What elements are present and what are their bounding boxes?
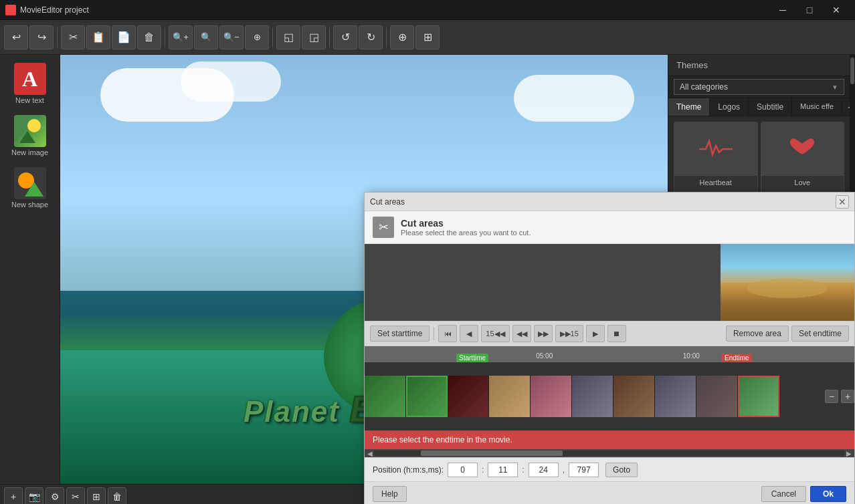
split-button[interactable]: ✂	[66, 487, 85, 505]
app-icon	[5, 5, 16, 15]
cut-dialog-titlebar: Cut areas ✕	[365, 193, 854, 211]
tab-subtitle[interactable]: Subtitle	[749, 98, 792, 116]
toolbar-separator-5	[386, 27, 387, 47]
tab-logos[interactable]: Logos	[710, 98, 749, 116]
hscroll-track	[374, 451, 845, 456]
copy-button[interactable]: 📋	[86, 25, 110, 49]
multicam-button[interactable]: ⊞	[87, 487, 106, 505]
settings-button[interactable]: ⚙	[45, 487, 64, 505]
new-text-tool-wrap: A New text	[4, 60, 56, 107]
category-dropdown[interactable]: All categories ▼	[674, 79, 844, 95]
fwd-button[interactable]: ▶	[586, 325, 605, 342]
add-media-button[interactable]: 📷	[25, 487, 43, 505]
cut-dialog-description: Please select the areas you want to cut.	[401, 229, 531, 237]
ruler-mark-10min: 10:00	[683, 352, 700, 360]
heartbeat-thumbnail	[674, 122, 757, 176]
position-hours[interactable]	[448, 463, 478, 477]
position-minutes[interactable]	[488, 463, 518, 477]
zoom-button[interactable]: 🔍	[194, 25, 218, 49]
themes-title: Themes	[668, 55, 850, 76]
add-track-button[interactable]: +	[4, 487, 23, 505]
filmstrip-frame-selected-1	[448, 376, 489, 417]
cut-position-row: Position (h:m:s,ms): : : , Goto	[365, 457, 854, 481]
cut-areas-dialog: Cut areas ✕ ✂ Cut areas Please select th…	[364, 192, 855, 504]
remove-button[interactable]: 🗑	[108, 487, 126, 505]
frame-fwd-button[interactable]: ▶▶15	[555, 325, 583, 342]
minimize-button[interactable]: ─	[769, 0, 796, 20]
undo-button[interactable]: ↩	[4, 25, 28, 49]
rewind-start-button[interactable]: ⏮	[438, 325, 457, 342]
step-back-button[interactable]: ◀	[460, 325, 478, 342]
ok-button[interactable]: Ok	[810, 486, 846, 502]
tab-music[interactable]: Music effe	[792, 98, 842, 116]
cut-dialog-heading: Cut areas	[401, 218, 531, 229]
cut-button[interactable]: ✂	[61, 25, 85, 49]
zoom-plus-button[interactable]: +	[841, 390, 854, 403]
add-button[interactable]: ⊕	[390, 25, 414, 49]
themes-tabs: Theme Logos Subtitle Music effe ◀ ▶	[668, 98, 850, 116]
stop-button[interactable]: ⏹	[607, 325, 626, 342]
tab-more-left[interactable]: ◀	[842, 98, 850, 116]
love-svg	[782, 136, 822, 162]
position-ms[interactable]	[569, 463, 599, 477]
title-text: MovieEditor project	[20, 5, 765, 15]
ruler-mark-5min: 05:00	[536, 352, 553, 360]
filmstrip-frame-end	[738, 376, 779, 417]
cut-hscroll[interactable]: ◀ ▶	[365, 449, 854, 457]
pos-sep-3: ,	[563, 465, 565, 475]
position-label: Position (h:m:s,ms):	[373, 465, 444, 475]
redo-button[interactable]: ↪	[29, 25, 54, 49]
goto-button[interactable]: Goto	[605, 463, 638, 477]
new-image-tool-wrap: New image	[4, 112, 56, 159]
hscroll-right[interactable]: ▶	[845, 450, 853, 457]
close-button[interactable]: ✕	[823, 0, 850, 20]
paste-button[interactable]: 📄	[112, 25, 136, 49]
set-endtime-button[interactable]: Set endtime	[791, 326, 849, 342]
new-text-tool[interactable]: A New text	[4, 60, 56, 107]
plus-minus-controls: − +	[825, 390, 854, 403]
hscroll-left[interactable]: ◀	[366, 450, 374, 457]
window-controls: ─ □ ✕	[769, 0, 850, 20]
toolbar-separator	[57, 27, 58, 47]
maximize-button[interactable]: □	[796, 0, 823, 20]
tab-theme[interactable]: Theme	[668, 98, 710, 116]
new-image-tool[interactable]: New image	[4, 112, 56, 159]
grid-button[interactable]: ⊞	[415, 25, 440, 49]
rotate-left-button[interactable]: ↺	[333, 25, 357, 49]
frame-back-button[interactable]: 15◀◀	[481, 325, 509, 342]
position-seconds[interactable]	[529, 463, 559, 477]
left-panel: A New text New image	[0, 55, 60, 484]
set-starttime-button[interactable]: Set starttime	[370, 326, 430, 342]
cut-dialog-header: ✂ Cut areas Please select the areas you …	[365, 211, 854, 244]
crop2-button[interactable]: ◲	[302, 25, 326, 49]
cut-dialog-close[interactable]: ✕	[836, 195, 849, 209]
back-button[interactable]: ◀◀	[512, 325, 531, 342]
cancel-button[interactable]: Cancel	[761, 486, 806, 502]
titlebar: MovieEditor project ─ □ ✕	[0, 0, 855, 20]
cut-help-button[interactable]: Help	[373, 486, 407, 502]
error-message: Please select the endtime in the movie.	[373, 435, 512, 445]
cut-dialog-title: Cut areas	[370, 197, 405, 207]
zoom-in-button[interactable]: 🔍+	[169, 25, 193, 49]
zoom-out-button[interactable]: 🔍−	[219, 25, 244, 49]
filmstrip-frame-selected-5	[613, 376, 655, 417]
heartbeat-label: Heartbeat	[697, 176, 735, 189]
endtime-badge: Endtime	[722, 354, 752, 362]
cut-dialog-footer: Help Cancel Ok	[365, 481, 854, 504]
new-text-label: New text	[15, 96, 44, 104]
cut-header-text: Cut areas Please select the areas you wa…	[401, 218, 531, 237]
love-label: Love	[791, 176, 813, 189]
rotate-right-button[interactable]: ↻	[359, 25, 383, 49]
zoom-fit-button[interactable]: ⊕	[245, 25, 269, 49]
dropdown-arrow: ▼	[832, 84, 838, 91]
play-button[interactable]: ▶▶	[534, 325, 553, 342]
cloud2-decoration	[181, 61, 281, 102]
new-shape-tool[interactable]: New shape	[4, 164, 56, 211]
zoom-minus-button[interactable]: −	[825, 390, 838, 403]
toolbar-separator-4	[329, 27, 330, 47]
crop-button[interactable]: ◱	[276, 25, 300, 49]
cut-header-icon: ✂	[373, 217, 394, 238]
remove-area-button[interactable]: Remove area	[726, 326, 789, 342]
delete-button[interactable]: 🗑	[137, 25, 161, 49]
cloud3-decoration	[514, 75, 634, 122]
